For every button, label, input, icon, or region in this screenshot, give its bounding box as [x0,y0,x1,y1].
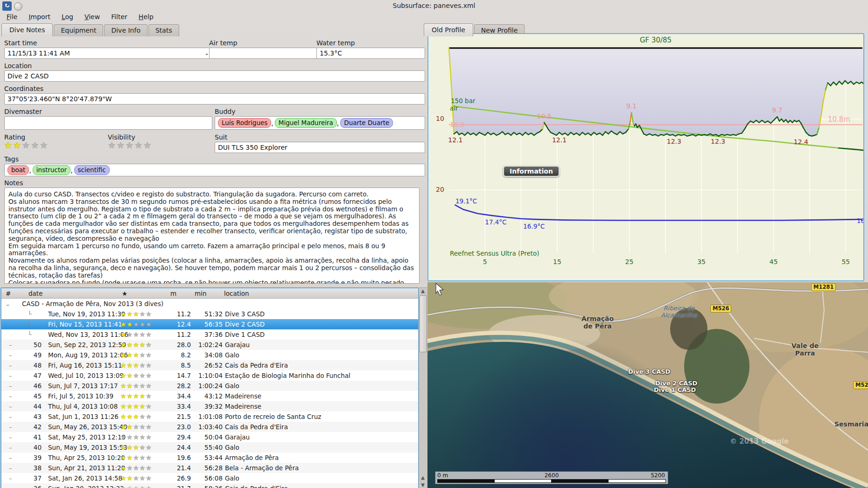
column-header-num[interactable]: # [6,288,11,299]
dive-row[interactable]: –48Fri, Aug 16, 2013 15:11★★★★★8.526:52C… [1,360,418,370]
star-empty-icon[interactable]: ★ [31,140,40,150]
tree-branch: └ [28,309,31,319]
dive-row[interactable]: –42Sun, May 26, 2013 15:40★★★★★23.01:03:… [1,422,418,432]
scale-segment [608,479,666,483]
information-button[interactable]: Information [503,166,560,177]
dive-row[interactable]: –43Sat, Jun 1, 2013 11:26★★★★★21.51:01:0… [1,411,418,422]
dive-rating-stars: ★★★★★ [120,340,152,350]
divemaster-field[interactable] [4,116,212,130]
suit-field[interactable]: DUI TLS 350 Explorer [215,142,425,153]
profile-plot-canvas[interactable]: 10.8 [428,34,863,280]
dive-row[interactable]: └Tue, Nov 19, 2013 11:39★★★★★11.251:32Di… [1,309,418,319]
tree-branch: – [9,432,12,442]
tags-field[interactable]: boat,instructor,scientific [4,164,425,176]
menu-item-filter[interactable]: Filter [106,12,132,22]
column-header-stars[interactable]: ★ [122,288,127,299]
dive-rating-stars: ★★★★★ [120,360,152,370]
satellite-map-image[interactable] [427,282,868,488]
menu-item-import[interactable]: Import [24,12,55,22]
dive-row[interactable]: –40Sun, May 19, 2013 15:53★★★★★24.455:40… [1,442,418,453]
star-empty-icon[interactable]: ★ [134,140,143,150]
menu-item-log[interactable]: Log [57,12,78,22]
air-temp-field[interactable] [209,48,321,59]
depth-annotation: 12.3 [667,138,681,145]
star-empty-icon: ★ [140,382,146,390]
tab-old-profile[interactable]: Old Profile [424,23,473,36]
dive-duration: 58:36 [192,483,223,488]
water-temp-label: Water temp [316,39,355,47]
star-filled-icon: ★ [120,464,127,472]
dive-rating-stars: ★★★★★ [120,422,152,432]
water-temp-field[interactable]: 15.3°C [316,48,425,59]
tab-dive-notes[interactable]: Dive Notes [1,23,53,36]
tab-dive-info[interactable]: Dive Info [104,24,147,36]
dive-row[interactable]: –49Mon, Aug 19, 2013 12:06★★★★★8.234:08G… [1,350,418,360]
scrollbar-thumb[interactable] [420,295,427,352]
dive-rating-stars: ★★★★★ [120,453,152,463]
star-filled-icon[interactable]: ★ [13,140,22,150]
gas-label: air [450,105,458,112]
tree-branch: – [9,401,12,411]
menu-item-help[interactable]: Help [134,12,158,22]
buddy-separator: , [271,119,273,127]
star-empty-icon: ★ [146,372,152,379]
dive-row[interactable]: –38Sun, Apr 21, 2013 11:28★★★★★21.456:28… [1,463,418,473]
dive-location: Cais da Pedra d'Eira [225,483,288,488]
buddy-field[interactable]: Luís Rodrigues,Miguel Madureira,Duarte D… [215,116,425,130]
dive-row[interactable]: └Fri, Nov 15, 2013 11:41★★★★★12.456:35Di… [1,319,418,329]
star-empty-icon[interactable]: ★ [117,140,126,150]
tab-stats[interactable]: Stats [148,24,179,36]
dive-row[interactable]: –45Fri, Jul 5, 2013 10:39★★★★★34.443:12M… [1,391,418,401]
scale-zero-label: 0 m [437,472,448,479]
star-empty-icon[interactable]: ★ [108,140,117,150]
dive-row[interactable]: –39Thu, Apr 25, 2013 10:28★★★★★19.653:44… [1,453,418,463]
dive-number: 50 [28,340,42,350]
dive-row[interactable]: –36Sun, Jan 20, 2013 12:33★★★★★21.758:36… [1,483,418,488]
dive-list-scrollbar[interactable]: ▲ ▲ ▼ [419,287,428,488]
dive-row[interactable]: –37Sat, Jan 26, 2013 14:58★★★★★26.956:08… [1,473,418,483]
star-empty-icon: ★ [146,362,152,369]
dive-site-map[interactable]: M1281M526M526Ribeira de AlcantarilhaArma… [427,282,868,488]
column-header-duration[interactable]: min [195,288,206,299]
dive-row[interactable]: –46Sun, Jul 7, 2013 17:17★★★★★28.21:00:2… [1,381,418,391]
star-empty-icon[interactable]: ★ [126,140,134,150]
menu-item-view[interactable]: View [80,12,105,22]
depth-annotation: 12.1 [448,136,462,144]
dive-row[interactable]: –41Sat, May 25, 2013 12:19★★★★★29.450:04… [1,432,418,442]
dive-row[interactable]: └Wed, Nov 13, 2013 11:06★★★★★11.237:36Di… [1,329,418,340]
star-filled-icon[interactable]: ★ [4,140,13,150]
star-filled-icon: ★ [133,310,140,318]
scroll-up-icon[interactable]: ▲ [419,474,427,481]
dive-list-table[interactable]: #date★mminlocation⌄CASD - Armação de Pêr… [0,287,419,488]
menu-item-file[interactable]: File [2,12,22,22]
dive-row[interactable]: –50Sun, Sep 22, 2013 12:59★★★★★28.01:02:… [1,340,418,350]
star-empty-icon[interactable]: ★ [40,140,49,150]
scale-segment [437,479,495,483]
column-header-date[interactable]: date [28,288,42,299]
location-field[interactable]: Dive 2 CASD [4,70,425,82]
star-empty-icon: ★ [140,362,146,369]
dive-row[interactable]: –44Thu, Jul 4, 2013 10:08★★★★★33.439:32M… [1,401,418,411]
dive-duration: 50:04 [192,432,223,442]
dive-date: Sun, Apr 21, 2013 11:28 [48,463,125,473]
start-time-combo[interactable]: 11/15/13 11:41 AM ⌄ [4,48,212,59]
dive-row[interactable]: –47Wed, Jul 10, 2013 13:09★★★★★14.71:10:… [1,370,418,381]
star-empty-icon[interactable]: ★ [143,140,152,150]
rating-stars[interactable]: ★★★★★ [4,140,49,150]
left-tabbar: Dive NotesEquipmentDive InfoStats [1,23,180,36]
notes-textarea[interactable]: Aula do curso CASD. Transectos c/video e… [4,188,420,284]
chevron-down-icon[interactable]: ⌄ [204,50,209,56]
star-filled-icon: ★ [120,392,127,400]
star-filled-icon: ★ [127,423,133,431]
tab-equipment[interactable]: Equipment [54,24,103,36]
scroll-down-icon[interactable]: ▼ [419,482,427,488]
star-empty-icon[interactable]: ★ [22,140,31,150]
visibility-stars[interactable]: ★★★★★ [108,140,152,150]
dive-trip-group-row[interactable]: ⌄CASD - Armação de Pêra, Nov 2013 (3 div… [1,299,418,309]
dive-profile-chart[interactable]: 10.8GF 30/85102051525354555Reefnet Sensu… [427,33,864,281]
scroll-up-icon[interactable]: ▲ [419,288,427,294]
column-header-depth[interactable]: m [170,288,176,299]
coordinates-field[interactable]: 37°05'23.460"N 8°20'47.879"W [4,93,425,105]
collapse-caret-icon[interactable]: ⌄ [5,299,10,309]
column-header-location[interactable]: location [224,288,249,299]
